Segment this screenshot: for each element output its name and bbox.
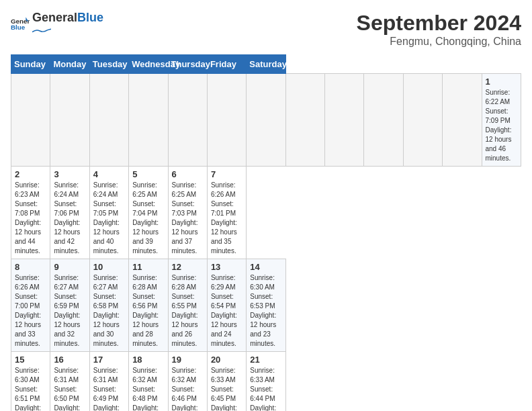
calendar-cell: 2Sunrise: 6:23 AMSunset: 7:08 PMDaylight…	[11, 167, 50, 259]
logo-general: General	[32, 11, 77, 25]
calendar-cell: 16Sunrise: 6:31 AMSunset: 6:50 PMDayligh…	[50, 352, 89, 412]
title-area: September 2024 Fengmu, Chongqing, China	[357, 11, 521, 48]
day-detail: Sunrise: 6:31 AMSunset: 6:50 PMDaylight:…	[54, 366, 85, 411]
day-detail: Sunrise: 6:24 AMSunset: 7:06 PMDaylight:…	[54, 181, 85, 256]
calendar-cell: 1Sunrise: 6:22 AMSunset: 7:09 PMDaylight…	[482, 74, 521, 167]
calendar-cell: 10Sunrise: 6:27 AMSunset: 6:58 PMDayligh…	[89, 259, 128, 352]
col-header-saturday: Saturday	[247, 55, 285, 74]
day-detail: Sunrise: 6:30 AMSunset: 6:51 PMDaylight:…	[15, 366, 46, 411]
day-detail: Sunrise: 6:23 AMSunset: 7:08 PMDaylight:…	[15, 181, 46, 256]
day-detail: Sunrise: 6:33 AMSunset: 6:45 PMDaylight:…	[211, 366, 242, 411]
calendar-cell-empty	[11, 74, 50, 167]
day-number: 9	[54, 262, 85, 272]
calendar-cell: 5Sunrise: 6:25 AMSunset: 7:04 PMDaylight…	[129, 167, 168, 259]
day-detail: Sunrise: 6:27 AMSunset: 6:59 PMDaylight:…	[54, 273, 85, 349]
calendar-cell-empty	[50, 74, 89, 167]
location-title: Fengmu, Chongqing, China	[357, 36, 521, 48]
calendar-cell	[247, 74, 285, 167]
day-detail: Sunrise: 6:28 AMSunset: 6:56 PMDaylight:…	[132, 273, 164, 349]
day-number: 3	[54, 169, 85, 179]
day-number: 21	[250, 355, 281, 365]
day-number: 4	[93, 169, 125, 179]
calendar-cell: 9Sunrise: 6:27 AMSunset: 6:59 PMDaylight…	[50, 259, 89, 352]
day-number: 15	[15, 355, 46, 365]
day-number: 7	[211, 169, 242, 179]
calendar-cell	[443, 74, 482, 167]
logo-wave	[32, 28, 51, 34]
day-detail: Sunrise: 6:28 AMSunset: 6:55 PMDaylight:…	[172, 273, 204, 349]
day-number: 20	[211, 355, 242, 365]
calendar-cell-empty	[207, 74, 246, 167]
calendar-cell: 3Sunrise: 6:24 AMSunset: 7:06 PMDaylight…	[50, 167, 89, 259]
calendar-cell: 17Sunrise: 6:31 AMSunset: 6:49 PMDayligh…	[89, 352, 128, 412]
calendar-cell: 14Sunrise: 6:30 AMSunset: 6:53 PMDayligh…	[247, 259, 285, 352]
calendar-cell: 18Sunrise: 6:32 AMSunset: 6:48 PMDayligh…	[129, 352, 168, 412]
col-header-tuesday: Tuesday	[89, 55, 128, 74]
calendar-cell: 8Sunrise: 6:26 AMSunset: 7:00 PMDaylight…	[11, 259, 50, 352]
day-detail: Sunrise: 6:32 AMSunset: 6:48 PMDaylight:…	[132, 366, 164, 411]
day-number: 11	[132, 262, 164, 272]
day-detail: Sunrise: 6:25 AMSunset: 7:03 PMDaylight:…	[172, 181, 204, 256]
month-title: September 2024	[357, 11, 521, 36]
svg-text:Blue: Blue	[11, 24, 26, 31]
day-detail: Sunrise: 6:22 AMSunset: 7:09 PMDaylight:…	[486, 88, 518, 163]
day-detail: Sunrise: 6:25 AMSunset: 7:04 PMDaylight:…	[132, 181, 164, 256]
logo: General Blue GeneralBlue	[11, 11, 103, 37]
day-number: 13	[211, 262, 242, 272]
col-header-thursday: Thursday	[168, 55, 207, 74]
day-number: 12	[172, 262, 204, 272]
day-number: 14	[250, 262, 281, 272]
col-header-sunday: Sunday	[11, 55, 50, 74]
calendar-cell: 19Sunrise: 6:32 AMSunset: 6:46 PMDayligh…	[168, 352, 207, 412]
day-number: 6	[172, 169, 204, 179]
calendar-cell-empty	[89, 74, 128, 167]
calendar-cell: 11Sunrise: 6:28 AMSunset: 6:56 PMDayligh…	[129, 259, 168, 352]
calendar-cell: 7Sunrise: 6:26 AMSunset: 7:01 PMDaylight…	[207, 167, 246, 259]
day-number: 19	[172, 355, 204, 365]
day-number: 8	[15, 262, 46, 272]
col-header-wednesday: Wednesday	[129, 55, 168, 74]
day-detail: Sunrise: 6:26 AMSunset: 7:00 PMDaylight:…	[15, 273, 46, 349]
day-number: 10	[93, 262, 125, 272]
day-number: 17	[93, 355, 125, 365]
calendar-cell-empty	[168, 74, 207, 167]
day-detail: Sunrise: 6:32 AMSunset: 6:46 PMDaylight:…	[172, 366, 204, 411]
calendar-cell	[403, 74, 442, 167]
day-number: 5	[132, 169, 164, 179]
calendar-cell: 21Sunrise: 6:33 AMSunset: 6:44 PMDayligh…	[247, 352, 285, 412]
day-number: 18	[132, 355, 164, 365]
header: General Blue GeneralBlue September 2024 …	[11, 11, 521, 48]
day-detail: Sunrise: 6:30 AMSunset: 6:53 PMDaylight:…	[250, 273, 281, 349]
day-number: 16	[54, 355, 85, 365]
calendar-cell: 15Sunrise: 6:30 AMSunset: 6:51 PMDayligh…	[11, 352, 50, 412]
calendar-cell: 13Sunrise: 6:29 AMSunset: 6:54 PMDayligh…	[207, 259, 246, 352]
calendar-cell	[364, 74, 403, 167]
day-detail: Sunrise: 6:31 AMSunset: 6:49 PMDaylight:…	[93, 366, 125, 411]
calendar-cell: 12Sunrise: 6:28 AMSunset: 6:55 PMDayligh…	[168, 259, 207, 352]
day-detail: Sunrise: 6:27 AMSunset: 6:58 PMDaylight:…	[93, 273, 125, 349]
calendar-table: SundayMondayTuesdayWednesdayThursdayFrid…	[11, 54, 521, 411]
day-number: 1	[486, 77, 518, 87]
day-detail: Sunrise: 6:24 AMSunset: 7:05 PMDaylight:…	[93, 181, 125, 256]
calendar-cell: 4Sunrise: 6:24 AMSunset: 7:05 PMDaylight…	[89, 167, 128, 259]
calendar-cell	[285, 74, 324, 167]
day-detail: Sunrise: 6:29 AMSunset: 6:54 PMDaylight:…	[211, 273, 242, 349]
calendar-cell-empty	[129, 74, 168, 167]
calendar-cell: 6Sunrise: 6:25 AMSunset: 7:03 PMDaylight…	[168, 167, 207, 259]
logo-icon: General Blue	[11, 15, 30, 34]
day-detail: Sunrise: 6:33 AMSunset: 6:44 PMDaylight:…	[250, 366, 281, 411]
calendar-cell: 20Sunrise: 6:33 AMSunset: 6:45 PMDayligh…	[207, 352, 246, 412]
day-detail: Sunrise: 6:26 AMSunset: 7:01 PMDaylight:…	[211, 181, 242, 256]
col-header-friday: Friday	[207, 55, 246, 74]
col-header-monday: Monday	[50, 55, 89, 74]
day-number: 2	[15, 169, 46, 179]
logo-blue: Blue	[77, 11, 103, 25]
calendar-cell	[325, 74, 364, 167]
